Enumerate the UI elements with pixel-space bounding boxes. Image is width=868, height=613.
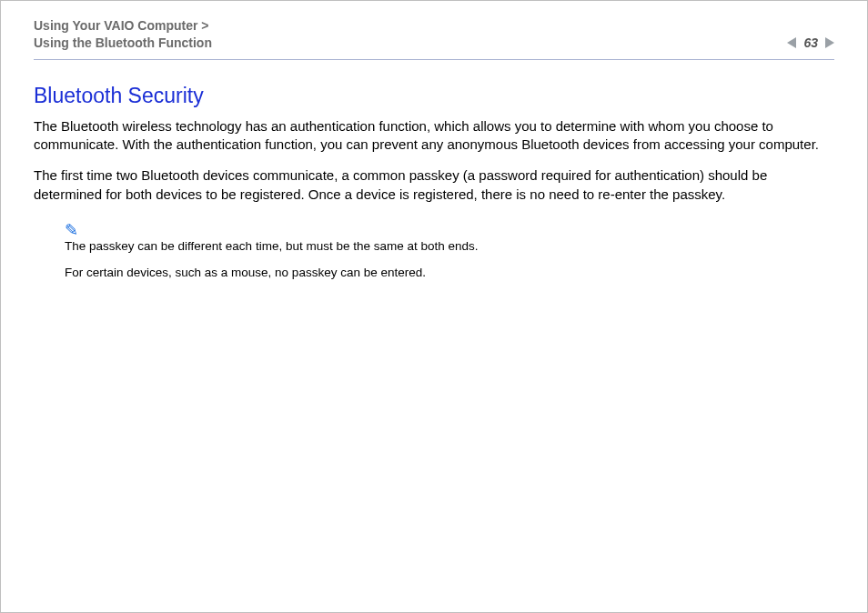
note-line-2: For certain devices, such as a mouse, no…	[65, 265, 834, 281]
body-paragraph-1: The Bluetooth wireless technology has an…	[34, 117, 834, 155]
note-line-1: The passkey can be different each time, …	[65, 238, 834, 255]
note-icon: ✎	[65, 222, 78, 238]
document-page: Using Your VAIO Computer > Using the Blu…	[0, 0, 868, 613]
breadcrumb: Using Your VAIO Computer > Using the Blu…	[34, 17, 212, 52]
prev-page-icon[interactable]	[787, 37, 796, 48]
note-block: ✎ The passkey can be different each time…	[65, 222, 834, 281]
page-content: Bluetooth Security The Bluetooth wireles…	[34, 60, 834, 281]
section-title: Bluetooth Security	[34, 84, 834, 108]
breadcrumb-line-1[interactable]: Using Your VAIO Computer >	[34, 17, 212, 35]
body-paragraph-2: The first time two Bluetooth devices com…	[34, 166, 834, 204]
page-navigator: 63	[787, 35, 834, 52]
page-number: 63	[802, 35, 820, 50]
page-header: Using Your VAIO Computer > Using the Blu…	[34, 17, 834, 57]
next-page-icon[interactable]	[825, 37, 834, 48]
breadcrumb-line-2[interactable]: Using the Bluetooth Function	[34, 35, 212, 52]
